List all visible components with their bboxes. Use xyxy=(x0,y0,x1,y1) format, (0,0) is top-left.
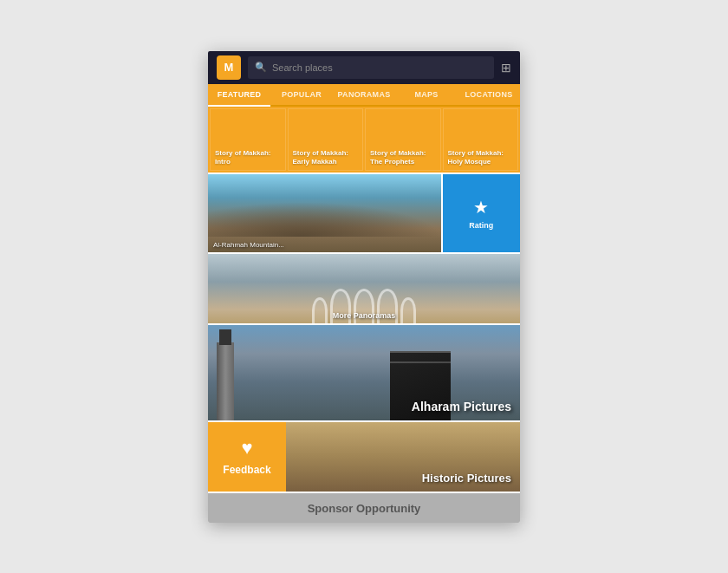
panorama-rating-label: Rating xyxy=(469,221,493,230)
featured-card-3[interactable]: Story of Makkah: Holy Mosque xyxy=(443,108,519,171)
search-placeholder: Search places xyxy=(272,62,333,73)
featured-card-label-0: Story of Makkah: Intro xyxy=(215,149,281,166)
featured-card-1[interactable]: Story of Makkah: Early Makkah xyxy=(288,108,364,171)
more-panoramas-label: More Panoramas xyxy=(333,311,396,320)
tab-popular[interactable]: POPULAR xyxy=(270,84,333,105)
featured-card-label-1: Story of Makkah: Early Makkah xyxy=(293,149,359,166)
tower-decoration xyxy=(217,342,234,420)
filter-icon[interactable]: ⊞ xyxy=(501,61,511,75)
historic-label: Historic Pictures xyxy=(422,472,511,485)
featured-card-0[interactable]: Story of Makkah: Intro xyxy=(210,108,286,171)
featured-card-label-3: Story of Makkah: Holy Mosque xyxy=(448,149,514,166)
more-panoramas[interactable]: More Panoramas xyxy=(208,254,520,323)
header: M 🔍 Search places ⊞ xyxy=(208,51,520,84)
tab-locations[interactable]: LOCATIONS xyxy=(458,84,520,105)
alharam-section[interactable]: Alharam Pictures xyxy=(208,325,520,420)
arch-1 xyxy=(312,297,328,323)
sponsor-bar[interactable]: Sponsor Opportunity xyxy=(208,493,520,523)
search-icon: 🔍 xyxy=(255,62,267,73)
panorama-side[interactable]: ★ Rating xyxy=(443,174,521,252)
feedback-label: Feedback xyxy=(223,464,270,476)
nav-tabs: FEATURED POPULAR PANORAMAS MAPS LOCATION… xyxy=(208,84,520,107)
featured-card-label-2: Story of Makkah: The Prophets xyxy=(370,149,436,166)
feedback-tile[interactable]: ♥ Feedback xyxy=(208,422,286,492)
star-icon: ★ xyxy=(473,197,489,218)
heart-icon: ♥ xyxy=(241,437,252,459)
sponsor-label: Sponsor Opportunity xyxy=(308,502,421,515)
tab-panoramas[interactable]: PANORAMAS xyxy=(333,84,395,105)
historic-tile[interactable]: Historic Pictures xyxy=(286,422,520,492)
arch-5 xyxy=(400,297,416,323)
panorama-main-label: Al-Rahmah Mountain... xyxy=(213,241,284,249)
featured-cards: Story of Makkah: Intro Story of Makkah: … xyxy=(208,107,520,173)
bottom-tiles: ♥ Feedback Historic Pictures xyxy=(208,422,520,492)
panorama-row: Al-Rahmah Mountain... ★ Rating xyxy=(208,174,520,252)
alharam-label: Alharam Pictures xyxy=(412,400,511,413)
panorama-main[interactable]: Al-Rahmah Mountain... xyxy=(208,174,441,252)
tab-maps[interactable]: MAPS xyxy=(395,84,458,105)
tab-featured[interactable]: FEATURED xyxy=(208,84,270,107)
featured-card-2[interactable]: Story of Makkah: The Prophets xyxy=(365,108,441,171)
search-bar[interactable]: 🔍 Search places xyxy=(248,56,494,79)
phone-container: M 🔍 Search places ⊞ FEATURED POPULAR PAN… xyxy=(208,51,520,523)
app-logo: M xyxy=(217,55,241,80)
